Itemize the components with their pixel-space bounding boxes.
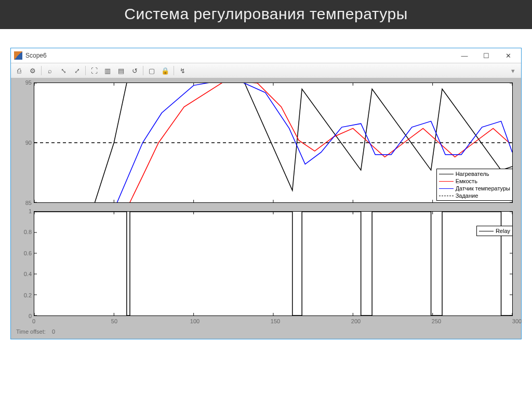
xaxis-row: 050100150200250300 (15, 318, 517, 326)
toolbar-menu-icon[interactable]: ▾ (507, 64, 519, 77)
ytick: 90 (25, 140, 32, 146)
legend-item: Датчик температуры (439, 185, 510, 192)
plot-1-yaxis: 859095 (15, 83, 34, 203)
restore-axes-icon[interactable]: ↺ (128, 64, 141, 77)
ytick: 85 (25, 200, 32, 206)
ytick: 1 (29, 208, 32, 214)
print-icon[interactable]: ⎙ (13, 64, 25, 77)
minimize-button[interactable]: — (454, 49, 475, 62)
ytick: 95 (25, 79, 32, 86)
status-bar: Time offset: 0 (15, 326, 517, 337)
floating-scope-icon[interactable]: ▢ (145, 64, 158, 77)
xtick: 200 (351, 318, 361, 324)
plot-2[interactable] (34, 211, 513, 316)
plot-2-wrap: 00.20.40.60.81 Relay (15, 211, 517, 316)
ytick: 0.2 (24, 292, 32, 298)
scope-window: Scope6 — ☐ ✕ ⎙ ⚙ ⌕ ⤡ ⤢ ⛶ ▥ ▤ ↺ ▢ 🔒 ↯ ▾ 8… (10, 48, 522, 339)
separator (174, 66, 174, 75)
xtick: 300 (512, 318, 522, 324)
ytick: 0.4 (24, 271, 32, 277)
separator (85, 66, 86, 75)
separator (41, 66, 42, 75)
scale-x-axis-icon[interactable]: ▥ (101, 64, 114, 77)
xaxis: 050100150200250300 (34, 318, 517, 326)
xtick: 0 (32, 318, 35, 324)
legend-item: Нагреватель (439, 170, 510, 177)
toolbar: ⎙ ⚙ ⌕ ⤡ ⤢ ⛶ ▥ ▤ ↺ ▢ 🔒 ↯ ▾ (11, 63, 521, 78)
signal-selector-icon[interactable]: ↯ (176, 64, 189, 77)
ytick: 0.6 (24, 250, 32, 256)
plot-area: 859095 НагревательЕмкостьДатчик температ… (11, 78, 521, 339)
maximize-button[interactable]: ☐ (475, 49, 497, 62)
zoom-y-icon[interactable]: ⤢ (71, 64, 83, 77)
autoscale-icon[interactable]: ⛶ (88, 64, 100, 77)
xtick: 150 (271, 318, 280, 324)
zoom-in-icon[interactable]: ⌕ (44, 64, 56, 77)
scale-y-axis-icon[interactable]: ▤ (115, 64, 127, 77)
slide-title: Система регулирования температуры (0, 0, 532, 29)
plot-1-legend[interactable]: НагревательЕмкостьДатчик температурыЗада… (436, 169, 513, 201)
plot-1-wrap: 859095 НагревательЕмкостьДатчик температ… (15, 83, 517, 203)
time-offset-value: 0 (52, 328, 55, 335)
window-title: Scope6 (25, 52, 454, 59)
ytick: 0.8 (24, 229, 32, 235)
xtick: 100 (190, 318, 200, 324)
time-offset-label: Time offset: (16, 328, 46, 335)
xtick: 250 (432, 318, 441, 324)
legend-item: Задание (439, 192, 510, 199)
plot-2-container: Relay (34, 211, 517, 316)
plot-1-container: НагревательЕмкостьДатчик температурыЗада… (34, 83, 517, 203)
matlab-icon (14, 51, 22, 60)
legend-item: Relay (479, 227, 510, 235)
zoom-x-icon[interactable]: ⤡ (57, 64, 70, 77)
title-bar[interactable]: Scope6 — ☐ ✕ (11, 48, 521, 63)
plot-2-legend[interactable]: Relay (476, 226, 513, 236)
legend-item: Емкость (439, 177, 510, 185)
plot-2-yaxis: 00.20.40.60.81 (15, 211, 34, 316)
lock-icon[interactable]: 🔒 (159, 64, 171, 77)
ytick: 0 (29, 313, 32, 319)
close-button[interactable]: ✕ (497, 49, 519, 62)
settings-icon[interactable]: ⚙ (26, 64, 39, 77)
xtick: 50 (111, 318, 117, 324)
separator (143, 66, 143, 75)
